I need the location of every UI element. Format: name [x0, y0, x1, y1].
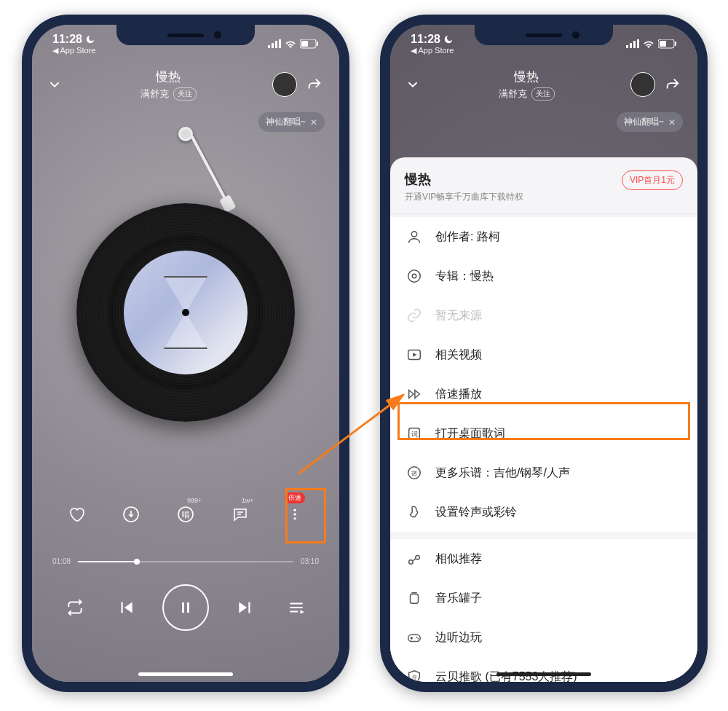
svg-text:词: 词 — [411, 431, 418, 438]
menu-album[interactable]: 专辑：慢热 — [390, 256, 697, 296]
chevron-down-icon — [47, 76, 63, 93]
signal-icon — [626, 39, 639, 48]
menu-ringtone[interactable]: 设置铃声或彩铃 — [390, 492, 697, 532]
top-nav: 慢热 满舒克 关注 — [390, 68, 697, 101]
menu-speed[interactable]: 倍速播放 — [390, 374, 697, 414]
back-to-app[interactable]: ◀ App Store — [52, 46, 95, 55]
menu-promote[interactable]: 荐 云贝推歌 (已有7553人推荐) — [390, 657, 697, 682]
svg-rect-16 — [630, 43, 632, 48]
menu-video[interactable]: 相关视频 — [390, 335, 697, 374]
karaoke-button[interactable]: 唱 999+ — [171, 500, 200, 529]
close-icon[interactable]: ✕ — [310, 117, 317, 127]
prev-button[interactable] — [111, 593, 141, 622]
menu-label: 更多乐谱：吉他/钢琴/人声 — [435, 466, 570, 481]
next-icon — [236, 598, 255, 617]
menu-label: 创作者: 路柯 — [435, 229, 500, 245]
playlist-icon — [287, 598, 306, 617]
signal-icon — [268, 39, 281, 48]
svg-point-35 — [418, 638, 419, 640]
svg-point-24 — [412, 274, 416, 278]
heart-icon — [68, 506, 85, 523]
menu-source: 暂无来源 — [390, 296, 697, 335]
score-icon: 谱 — [405, 463, 424, 482]
svg-rect-13 — [182, 602, 184, 613]
action-sheet: 慢热 开通VIP畅享千万曲库下载特权 VIP首月1元 创作者: 路柯 专辑：慢热… — [390, 157, 697, 682]
sheet-title: 慢热 — [405, 170, 523, 188]
sheet-header: 慢热 开通VIP畅享千万曲库下载特权 VIP首月1元 — [390, 170, 697, 214]
back-to-app[interactable]: ◀ App Store — [411, 46, 454, 55]
more-vertical-icon — [288, 507, 302, 522]
svg-point-11 — [293, 513, 296, 515]
next-button[interactable] — [231, 593, 260, 622]
artist-avatar[interactable] — [630, 72, 655, 97]
status-left: 11:28 ◀ App Store — [52, 33, 95, 55]
collapse-button[interactable] — [47, 76, 64, 93]
home-indicator[interactable] — [496, 672, 591, 676]
tonearm — [185, 127, 186, 200]
similar-icon — [405, 549, 424, 568]
svg-text:荐: 荐 — [412, 674, 417, 680]
phone-left: 11:28 ◀ App Store 慢热 满舒克 关注 — [22, 15, 349, 692]
moon-icon — [443, 34, 454, 44]
playlist-button[interactable] — [282, 593, 311, 622]
menu-label: 音乐罐子 — [435, 591, 482, 606]
follow-button[interactable]: 关注 — [531, 87, 555, 101]
time-total: 03:10 — [301, 557, 319, 565]
svg-point-34 — [416, 637, 418, 638]
share-button[interactable] — [662, 74, 683, 95]
svg-rect-20 — [660, 41, 666, 47]
svg-point-30 — [409, 560, 414, 565]
menu-label: 边听边玩 — [435, 630, 482, 645]
menu-desktop-lyrics[interactable]: 词 打开桌面歌词 — [390, 414, 697, 453]
menu-creator[interactable]: 创作者: 路柯 — [390, 217, 697, 256]
artist-name[interactable]: 满舒克 — [141, 87, 169, 101]
progress-track[interactable] — [78, 561, 293, 562]
share-icon — [665, 76, 681, 93]
disc-icon — [405, 267, 424, 286]
video-icon — [405, 345, 424, 364]
more-button[interactable]: 倍速 — [280, 500, 309, 529]
menu-label: 倍速播放 — [435, 387, 482, 402]
repeat-button[interactable] — [60, 593, 90, 622]
svg-point-23 — [408, 270, 421, 283]
vip-pill[interactable]: VIP首月1元 — [622, 170, 683, 190]
close-icon[interactable]: ✕ — [668, 117, 676, 127]
collapse-button[interactable] — [405, 76, 422, 93]
progress-bar[interactable]: 01:08 03:10 — [52, 557, 319, 565]
menu-label: 专辑：慢热 — [435, 269, 494, 284]
pause-button[interactable] — [162, 584, 209, 631]
home-indicator[interactable] — [138, 672, 233, 676]
menu-gameplay[interactable]: 边听边玩 — [390, 618, 697, 657]
share-button[interactable] — [304, 74, 325, 95]
follow-button[interactable]: 关注 — [173, 87, 197, 101]
vinyl-disc[interactable] — [76, 203, 295, 422]
menu-score[interactable]: 谱 更多乐谱：吉他/钢琴/人声 — [390, 453, 697, 492]
artist-name[interactable]: 满舒克 — [499, 87, 527, 101]
comment-button[interactable]: 1w+ — [226, 500, 255, 529]
action-row: 唱 999+ 1w+ 倍速 — [32, 500, 339, 529]
user-icon — [405, 227, 424, 246]
svg-rect-3 — [279, 39, 281, 48]
like-button[interactable] — [62, 500, 91, 529]
screen-left: 11:28 ◀ App Store 慢热 满舒克 关注 — [32, 25, 339, 682]
svg-text:谱: 谱 — [411, 471, 417, 477]
svg-rect-33 — [408, 635, 421, 641]
menu-similar[interactable]: 相似推荐 — [390, 539, 697, 578]
vinyl-area — [73, 141, 298, 433]
gamepad-icon — [405, 628, 424, 647]
download-icon — [122, 506, 140, 523]
screen-right: 11:28 ◀ App Store 慢热 满舒克 关注 — [390, 25, 697, 682]
download-button[interactable] — [116, 500, 146, 529]
wifi-icon — [285, 39, 296, 48]
menu-jar[interactable]: 音乐罐子 — [390, 578, 697, 618]
menu-label: 相关视频 — [435, 347, 482, 363]
tag-chip[interactable]: 神仙翻唱~ ✕ — [258, 112, 325, 132]
tag-label: 神仙翻唱~ — [624, 116, 664, 128]
artist-avatar[interactable] — [272, 72, 297, 97]
svg-rect-6 — [317, 42, 318, 46]
repeat-icon — [66, 598, 84, 617]
battery-icon — [658, 39, 677, 49]
lyrics-icon: 词 — [405, 424, 424, 443]
tag-chip[interactable]: 神仙翻唱~ ✕ — [617, 112, 683, 132]
album-art — [124, 251, 248, 374]
